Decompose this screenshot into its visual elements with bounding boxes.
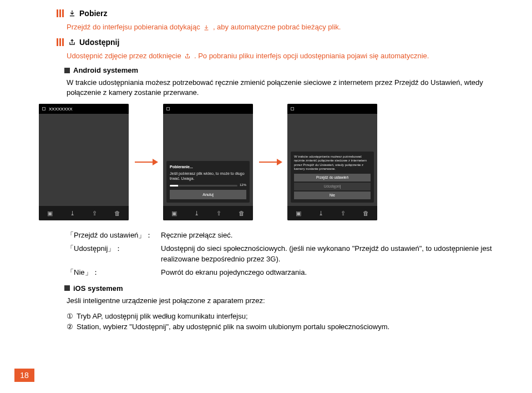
phone-screenshot-1: XXXXXXXX ▣ ⤓ ⇪ 🗑 [39, 104, 129, 220]
page-number: 18 [14, 369, 34, 382]
share-icon: ⇪ [216, 210, 221, 217]
def-row-share: 「Udostępnij」： Udostępnij do sieci społec… [67, 244, 499, 264]
share-para-after: . Po pobraniu pliku interfejs opcji udos… [194, 52, 429, 60]
subhead-ios: iOS systemem [64, 284, 499, 293]
trash-icon: 🗑 [363, 210, 369, 216]
share-dialog: W trakcie udostępniania możesz potrzebow… [291, 152, 374, 203]
download-dialog: Pobieranie... Jeśli pobierasz plik wideo… [166, 161, 250, 203]
android-body: W trakcie udostępniania możesz potrzebow… [67, 78, 499, 97]
ios-item-2: ② Station, wybierz "Udostępnij", aby udo… [67, 323, 499, 331]
phone3-mid: W trakcie udostępniania możesz potrzebow… [287, 114, 377, 206]
camera-icon: ▣ [47, 210, 53, 217]
download-para: Przejdź do interfejsu pobierania dotykaj… [67, 22, 499, 32]
bullet-square [64, 285, 70, 291]
phone2-top [163, 104, 253, 114]
phone-top-icon [42, 107, 45, 110]
share-icon-inline [184, 53, 191, 59]
def-row-no: 「Nie」： Powrót do ekranu pojedynczego odt… [67, 268, 499, 278]
heading-bars [57, 38, 65, 46]
phones-row: XXXXXXXX ▣ ⤓ ⇪ 🗑 Pobieranie... Jeśli pob… [39, 104, 499, 220]
phone2-mid: Pobieranie... Jeśli pobierasz plik wideo… [163, 114, 253, 206]
progress-pct: 12% [240, 183, 246, 188]
cancel-button[interactable]: Anuluj [170, 190, 246, 199]
svg-marker-1 [153, 159, 158, 165]
def-desc: Ręcznie przełącz sieć. [161, 230, 499, 240]
circled-1: ① [67, 312, 77, 320]
heading-bars [57, 9, 65, 17]
def-desc: Powrót do ekranu pojedynczego odtwarzani… [161, 268, 499, 278]
download-dialog-title: Pobieranie... [170, 164, 246, 169]
download-dialog-msg: Jeśli pobierasz plik wideo, to może to d… [170, 171, 246, 181]
def-term: 「Udostępnij」： [67, 244, 161, 264]
share-dialog-msg: W trakcie udostępniania możesz potrzebow… [294, 155, 371, 172]
ios-item-2-text: Station, wybierz "Udostępnij", aby udost… [77, 323, 389, 331]
heading-share: Udostępnij [57, 38, 499, 47]
phone-top-icon [291, 107, 294, 110]
share-para: Udostępnić zdjęcie przez dotknięcie . Po… [67, 51, 499, 61]
go-settings-button[interactable]: Przejdź do ustawień [294, 174, 371, 182]
heading-download-text: Pobierz [79, 9, 108, 18]
download-para-before: Przejdź do interfejsu pobierania dotykaj… [67, 23, 202, 31]
phone2-bottom: ▣ ⤓ ⇪ 🗑 [163, 206, 253, 220]
ios-item-1-text: Tryb AP, udostępnij plik według komunika… [77, 312, 248, 320]
camera-icon: ▣ [296, 210, 301, 217]
def-row-settings: 「Przejdź do ustawień」： Ręcznie przełącz … [67, 230, 499, 240]
bullet-square [64, 68, 70, 73]
phone3-bottom: ▣ ⤓ ⇪ 🗑 [287, 206, 377, 220]
def-term: 「Nie」： [67, 268, 161, 278]
ios-item-1: ① Tryb AP, udostępnij plik według komuni… [67, 312, 499, 320]
download-icon-inline [203, 24, 210, 31]
arrow-icon [256, 157, 284, 168]
definition-list: 「Przejdź do ustawień」： Ręcznie przełącz … [67, 230, 499, 278]
download-icon: ⤓ [70, 210, 75, 217]
share-icon: ⇪ [92, 210, 97, 217]
def-desc: Udostępnij do sieci społecznościowych. (… [161, 244, 499, 264]
arrow-icon [132, 157, 160, 168]
progress-wrap: 12% [170, 183, 246, 188]
trash-icon: 🗑 [114, 210, 120, 216]
subhead-android-text: Android systemem [73, 66, 138, 74]
phone1-bottom: ▣ ⤓ ⇪ 🗑 [39, 206, 129, 220]
download-para-after: , aby automatyczne pobrać bieżący plik. [213, 23, 341, 31]
ios-intro: Jeśli inteligentne urządzenie jest połąc… [67, 296, 499, 306]
download-icon: ⤓ [318, 210, 323, 217]
no-button[interactable]: Nie [294, 192, 371, 199]
heading-share-text: Udostępnij [79, 38, 119, 47]
phone-top-icon [166, 107, 170, 110]
camera-icon: ▣ [171, 210, 177, 217]
phone1-mid [39, 114, 129, 206]
share-icon: ⇪ [341, 210, 346, 217]
phone3-top [287, 104, 377, 114]
trash-icon: 🗑 [239, 210, 245, 216]
def-term: 「Przejdź do ustawień」： [67, 230, 161, 240]
circled-2: ② [67, 323, 77, 331]
progress-bar [170, 185, 237, 187]
phone1-top: XXXXXXXX [39, 104, 129, 114]
heading-download: Pobierz [57, 9, 499, 18]
subhead-android: Android systemem [64, 66, 499, 74]
download-icon: ⤓ [194, 210, 199, 217]
download-icon [68, 9, 76, 17]
phone-screenshot-3: W trakcie udostępniania możesz potrzebow… [287, 104, 377, 220]
phone1-title: XXXXXXXX [49, 107, 73, 112]
share-para-before: Udostępnić zdjęcie przez dotknięcie [67, 52, 183, 60]
share-icon [68, 38, 76, 46]
phone-screenshot-2: Pobieranie... Jeśli pobierasz plik wideo… [163, 104, 253, 220]
svg-marker-3 [277, 159, 282, 165]
share-button[interactable]: Udostępnij [294, 183, 371, 190]
subhead-ios-text: iOS systemem [73, 284, 123, 293]
